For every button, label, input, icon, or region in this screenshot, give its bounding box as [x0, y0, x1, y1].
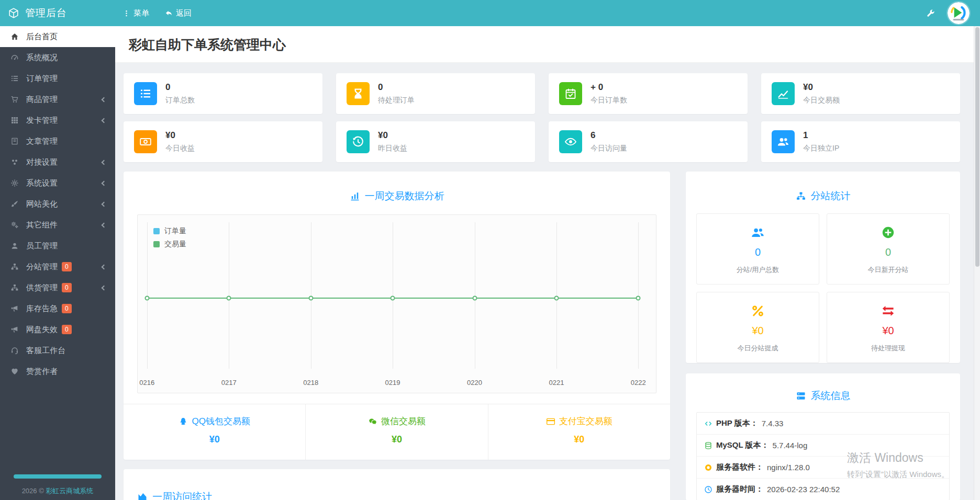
chevron-left-icon [102, 222, 107, 228]
count-badge: 0 [62, 283, 72, 292]
sidebar-item-beautify[interactable]: 网站美化 [0, 194, 115, 214]
sidebar-item-netdisk-invalid[interactable]: 网盘失效0 [0, 319, 115, 340]
left-column: 一周交易数据分析 订单量交易量 021602170218021902200221… [124, 172, 670, 500]
pay-stat-wechat: 微信交易额¥0 [305, 404, 487, 460]
sidebar-item-settings[interactable]: 系统设置 [0, 173, 115, 194]
user-icon [10, 242, 19, 250]
back-button[interactable]: 返回 [165, 8, 192, 18]
sidebar-item-orders[interactable]: 订单管理 [0, 68, 115, 89]
sysinfo-panel-title-text: 系统信息 [811, 389, 851, 403]
brand-title: 管理后台 [25, 6, 67, 20]
scrollbar-thumb[interactable] [975, 27, 979, 267]
sysinfo-panel: 系统信息 PHP 版本：7.4.33MySQL 版本：5.7.44-log服务器… [686, 373, 960, 500]
page-title: 彩虹自助下单系统管理中心 [115, 26, 974, 63]
stat-icon-tile [347, 130, 370, 153]
stat-label: 昨日收益 [378, 144, 407, 153]
chart-x-tick-label: 0221 [549, 379, 564, 387]
stat-label: 待处理订单 [378, 96, 415, 105]
trade-panel: 一周交易数据分析 订单量交易量 021602170218021902200221… [124, 172, 670, 460]
subsite-panel-title: 分站统计 [686, 172, 960, 203]
menu-button[interactable]: 菜单 [122, 8, 149, 18]
sidebar-item-articles[interactable]: 文章管理 [0, 131, 115, 152]
home-icon [10, 32, 19, 41]
sitemap-icon [10, 263, 19, 271]
hourglass-icon [352, 87, 364, 100]
pay-stat-head: 支付宝交易额 [488, 415, 670, 427]
visit-panel-title-text: 一周访问统计 [152, 490, 212, 500]
stat-text: 1今日独立IP [803, 130, 839, 153]
brush-icon [10, 200, 19, 208]
sidebar-item-label: 赞赏作者 [26, 367, 58, 377]
sidebar-item-cards[interactable]: 发卡管理 [0, 110, 115, 131]
wrench-icon[interactable] [926, 9, 935, 18]
pay-stat-label: 支付宝交易额 [559, 415, 612, 427]
back-button-label: 返回 [176, 8, 192, 18]
bullhorn-icon [10, 304, 19, 313]
trade-chart: 订单量交易量 0216021702180219022002210222 [137, 214, 656, 393]
avatar[interactable] [948, 2, 970, 24]
chevron-left-icon [102, 201, 107, 207]
stat-card-today-orders: + 0今日订单数 [549, 73, 748, 114]
pay-stat-qq-wallet: QQ钱包交易额¥0 [124, 404, 305, 460]
stat-label: 今日交易额 [803, 96, 840, 105]
sidebar-item-support-desk[interactable]: 客服工作台 [0, 340, 115, 361]
sidebar-item-products[interactable]: 商品管理 [0, 89, 115, 110]
sidebar-item-label: 供货管理 [26, 283, 58, 293]
history-icon [352, 135, 364, 148]
chart-data-marker [554, 296, 559, 301]
grid-icon [10, 116, 19, 124]
plus-circle-icon [881, 225, 895, 240]
stat-icon-tile [772, 82, 795, 105]
stat-value: 6 [591, 130, 627, 141]
top-nav: 菜单 返回 [122, 8, 192, 18]
payment-stats-row: QQ钱包交易额¥0微信交易额¥0支付宝交易额¥0 [124, 404, 670, 460]
chart-data-marker [391, 296, 395, 301]
subsite-cell-value: ¥0 [700, 325, 816, 337]
stat-value: ¥0 [803, 82, 840, 93]
chart-data-marker [144, 296, 149, 301]
percent-icon [751, 304, 765, 318]
sysinfo-value: nginx/1.28.0 [767, 463, 810, 472]
sidebar-item-overview[interactable]: 系统概况 [0, 47, 115, 68]
stat-icon-tile [772, 130, 795, 153]
legend-label: 订单量 [164, 226, 186, 236]
credit-card-icon [546, 417, 555, 426]
sidebar-item-staff[interactable]: 员工管理 [0, 235, 115, 256]
stat-card-today-visits: 6今日访问量 [549, 121, 748, 162]
money-icon [139, 135, 152, 148]
gear-icon [10, 179, 19, 187]
sidebar-nav: 后台首页系统概况订单管理商品管理发卡管理文章管理对接设置系统设置网站美化其它组件… [0, 26, 115, 382]
sidebar-item-components[interactable]: 其它组件 [0, 214, 115, 235]
content-area: 0订单总数0待处理订单+ 0今日订单数¥0今日交易额¥0今日收益¥0昨日收益6今… [115, 63, 974, 500]
sysinfo-label: MySQL 版本： [716, 440, 769, 450]
ellipsis-v-icon [122, 9, 130, 17]
subsite-cell-pending-withdrawals: ¥0待处理提现 [827, 292, 950, 363]
sysinfo-label: PHP 版本： [716, 418, 758, 428]
copyright-brand-link[interactable]: 彩虹云商城系统 [46, 487, 93, 495]
subsite-cell-value: 0 [830, 246, 946, 258]
sidebar-item-label: 商品管理 [26, 95, 58, 105]
stat-text: 0订单总数 [165, 82, 195, 105]
sidebar-item-label: 发卡管理 [26, 116, 58, 126]
sidebar-item-supply[interactable]: 供货管理0 [0, 277, 115, 298]
sidebar-collapse-bar[interactable] [14, 474, 102, 479]
panels-row: 一周交易数据分析 订单量交易量 021602170218021902200221… [124, 172, 960, 500]
chart-plot-area: 0216021702180219022002210222 [138, 215, 656, 393]
sidebar-item-stock-alert[interactable]: 库存告急0 [0, 298, 115, 319]
menu-button-label: 菜单 [133, 8, 149, 18]
sidebar-item-integration[interactable]: 对接设置 [0, 152, 115, 173]
sidebar-item-home[interactable]: 后台首页 [0, 26, 115, 47]
chevron-left-icon [102, 118, 107, 123]
sidebar-item-label: 客服工作台 [26, 346, 65, 356]
legend-swatch [153, 241, 160, 247]
count-badge: 0 [62, 304, 72, 313]
chart-x-tick-label: 0222 [631, 379, 646, 387]
subsite-cell-subsite-commission-today: ¥0今日分站提成 [696, 292, 819, 363]
server-icon [796, 391, 806, 401]
trade-panel-title: 一周交易数据分析 [124, 172, 670, 203]
exchange-icon [881, 304, 895, 318]
sidebar-item-subsites[interactable]: 分站管理0 [0, 256, 115, 277]
subsite-cell-new-subsites-today: 0今日新开分站 [827, 213, 950, 285]
sidebar-item-donate[interactable]: 赞赏作者 [0, 361, 115, 382]
trade-panel-title-text: 一周交易数据分析 [365, 189, 444, 203]
